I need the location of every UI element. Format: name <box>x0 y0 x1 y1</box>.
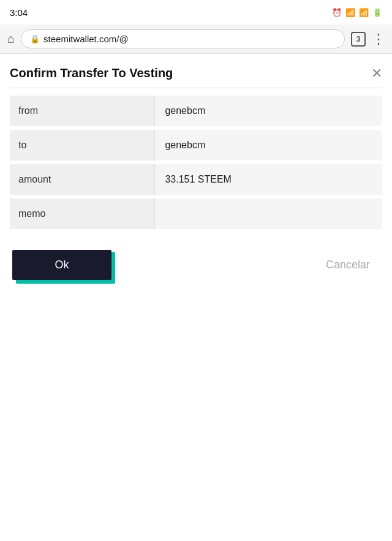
table-row-to: to genebcm <box>10 130 382 161</box>
dialog-title: Confirm Transfer To Vesting <box>10 66 173 80</box>
lock-icon: 🔒 <box>30 34 40 44</box>
from-value: genebcm <box>155 96 382 126</box>
ok-button-wrapper: Ok <box>12 250 111 280</box>
alarm-icon: ⏰ <box>332 8 342 17</box>
memo-label: memo <box>10 199 155 229</box>
tab-badge[interactable]: 3 <box>351 32 366 47</box>
status-icons: ⏰ 📶 📶 🔋 <box>332 8 382 17</box>
table-row-memo: memo <box>10 199 382 229</box>
table-row-from: from genebcm <box>10 96 382 126</box>
table-row-amount: amount 33.151 STEEM <box>10 164 382 195</box>
wifi-icon: 📶 <box>345 8 355 17</box>
ok-button[interactable]: Ok <box>12 250 111 280</box>
info-table: from genebcm to genebcm amount 33.151 ST… <box>10 92 382 233</box>
from-label: from <box>10 96 155 126</box>
to-label: to <box>10 130 155 161</box>
dialog-header: Confirm Transfer To Vesting ✕ <box>10 66 382 88</box>
address-bar[interactable]: 🔒 steemitwallet.com/@ <box>21 29 345 48</box>
browser-chrome: ⌂ 🔒 steemitwallet.com/@ 3 ⋮ <box>0 25 392 54</box>
address-text: steemitwallet.com/@ <box>43 34 129 44</box>
confirm-dialog: Confirm Transfer To Vesting ✕ from geneb… <box>10 66 382 280</box>
close-button[interactable]: ✕ <box>371 67 382 80</box>
buttons-area: Ok Cancelar <box>10 250 382 280</box>
signal-icon: 📶 <box>359 8 369 17</box>
amount-value: 33.151 STEEM <box>155 164 382 195</box>
to-value: genebcm <box>155 130 382 161</box>
status-bar: 3:04 ⏰ 📶 📶 🔋 <box>0 0 392 25</box>
amount-label: amount <box>10 164 155 195</box>
cancel-button[interactable]: Cancelar <box>316 250 380 280</box>
memo-value <box>155 199 382 229</box>
battery-icon: 🔋 <box>372 8 382 17</box>
menu-button[interactable]: ⋮ <box>372 31 385 47</box>
home-button[interactable]: ⌂ <box>7 32 15 46</box>
status-time: 3:04 <box>10 7 28 18</box>
page-content: Confirm Transfer To Vesting ✕ from geneb… <box>0 54 392 292</box>
